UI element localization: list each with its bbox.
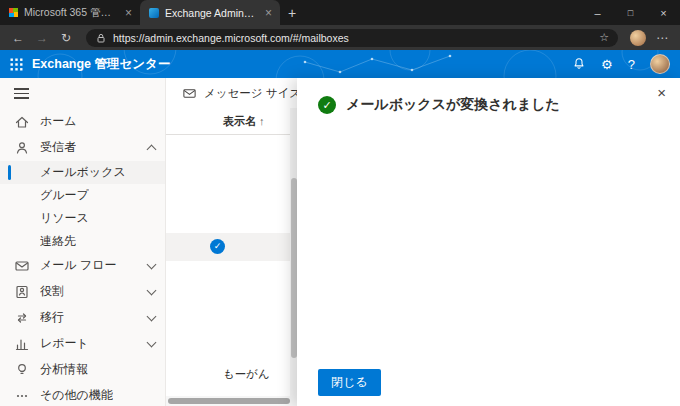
sidebar-item-label: その他の機能 (40, 387, 113, 404)
horizontal-scrollbar-thumb[interactable] (168, 398, 290, 404)
sidebar-item-label: 分析情報 (40, 361, 88, 378)
forward-button[interactable]: → (30, 32, 54, 44)
sidebar-item-roles[interactable]: 役割 (0, 279, 165, 305)
close-window-button[interactable]: × (647, 0, 680, 25)
back-button[interactable]: ← (6, 32, 30, 44)
sidebar-item-migration[interactable]: 移行 (0, 305, 165, 331)
panel-header: ✓ メールボックスが変換されました (297, 78, 680, 114)
person-icon (14, 140, 30, 156)
notifications-bell-icon[interactable] (572, 57, 586, 71)
chevron-down-icon (147, 311, 157, 321)
sidebar-item-mailboxes[interactable]: メールボックス (0, 161, 165, 184)
sidebar-item-label: 役割 (40, 283, 64, 300)
left-navigation: ホーム 受信者 メールボックス グループ リソース 連絡先 (0, 78, 166, 406)
new-tab-button[interactable]: + (280, 1, 304, 25)
url-text: https://admin.exchange.microsoft.com/#/m… (113, 32, 349, 44)
chevron-down-icon (147, 285, 157, 295)
migration-arrows-icon (14, 310, 30, 326)
lock-icon[interactable] (95, 32, 107, 44)
sidebar-item-label: 移行 (40, 309, 64, 326)
browser-tab-m365[interactable]: Microsoft 365 管理センター - Home × (0, 0, 140, 25)
suite-header: Exchange 管理センター ⚙ ? (0, 50, 680, 78)
panel-title: メールボックスが変換されました (346, 96, 560, 114)
sort-ascending-icon: ↑ (259, 115, 265, 127)
address-bar[interactable]: https://admin.exchange.microsoft.com/#/m… (86, 29, 618, 47)
sidebar-item-reports[interactable]: レポート (0, 331, 165, 357)
sidebar-item-label: グループ (40, 187, 89, 204)
help-icon[interactable]: ? (628, 58, 635, 71)
sidebar-item-groups[interactable]: グループ (0, 184, 165, 207)
browser-window: Microsoft 365 管理センター - Home × Exchange A… (0, 0, 680, 406)
tab-close-icon[interactable]: × (123, 7, 134, 19)
refresh-button[interactable]: ↻ (54, 32, 78, 44)
sidebar-item-mail-flow[interactable]: メール フロー (0, 253, 165, 279)
window-controls: – □ × (581, 0, 680, 25)
sidebar-item-recipients[interactable]: 受信者 (0, 135, 165, 161)
maximize-button[interactable]: □ (614, 0, 647, 25)
mail-icon (14, 258, 30, 274)
message-size-icon (182, 86, 197, 101)
sidebar-item-other-features[interactable]: その他の機能 (0, 383, 165, 406)
column-label: 表示名 (223, 115, 256, 127)
page-title: Exchange 管理センター (32, 56, 170, 73)
row-display-name: もーがん (223, 367, 270, 382)
account-avatar[interactable] (650, 54, 670, 74)
sidebar-item-label: ホーム (40, 113, 77, 130)
tab-close-icon[interactable]: × (263, 7, 274, 19)
nav-collapse-hamburger-icon[interactable] (14, 88, 29, 99)
sidebar-item-label: 受信者 (40, 139, 76, 156)
sidebar-item-home[interactable]: ホーム (0, 109, 165, 135)
exchange-favicon (149, 8, 159, 18)
chevron-down-icon (147, 337, 157, 347)
browser-tab-strip: Microsoft 365 管理センター - Home × Exchange A… (0, 0, 680, 25)
success-check-icon: ✓ (318, 96, 336, 114)
success-flyout-panel: × ✓ メールボックスが変換されました 閉じる (297, 78, 680, 406)
sidebar-item-label: 連絡先 (40, 233, 76, 250)
sidebar-item-insights[interactable]: 分析情報 (0, 357, 165, 383)
sidebar-item-contacts[interactable]: 連絡先 (0, 230, 165, 253)
sidebar-item-label: リソース (40, 210, 89, 227)
lightbulb-icon (14, 362, 30, 378)
browser-menu-icon[interactable]: ⋯ (650, 32, 674, 44)
sidebar-item-label: メール フロー (40, 257, 116, 274)
horizontal-scrollbar[interactable] (166, 396, 297, 406)
column-display-name[interactable]: 表示名↑ (223, 114, 265, 129)
home-icon (14, 114, 30, 130)
tab-title: Microsoft 365 管理センター - Home (24, 6, 117, 20)
chevron-down-icon (147, 259, 157, 269)
favorites-star-icon[interactable]: ☆ (599, 31, 609, 44)
suite-header-actions: ⚙ ? (572, 54, 680, 74)
browser-tab-exchange[interactable]: Exchange Admin Center × (140, 0, 280, 25)
microsoft-365-favicon (9, 8, 18, 17)
close-panel-button[interactable]: 閉じる (318, 369, 381, 396)
tab-title: Exchange Admin Center (165, 7, 257, 19)
row-checkbox-checked[interactable]: ✓ (210, 239, 225, 254)
panel-close-icon[interactable]: × (657, 85, 666, 100)
settings-gear-icon[interactable]: ⚙ (601, 58, 613, 71)
minimize-button[interactable]: – (581, 0, 614, 25)
bar-chart-icon (14, 336, 30, 352)
more-dots-icon (14, 388, 30, 404)
browser-profile-avatar[interactable] (630, 30, 646, 46)
check-icon: ✓ (214, 242, 222, 251)
app-launcher-icon[interactable] (0, 58, 32, 71)
sidebar-item-label: レポート (40, 335, 89, 352)
badge-icon (14, 284, 30, 300)
chevron-up-icon (147, 144, 157, 154)
sidebar-item-label: メールボックス (40, 164, 126, 181)
exchange-admin-app: ホーム 受信者 メールボックス グループ リソース 連絡先 (0, 78, 680, 406)
browser-toolbar: ← → ↻ https://admin.exchange.microsoft.c… (0, 25, 680, 50)
sidebar-item-resources[interactable]: リソース (0, 207, 165, 230)
